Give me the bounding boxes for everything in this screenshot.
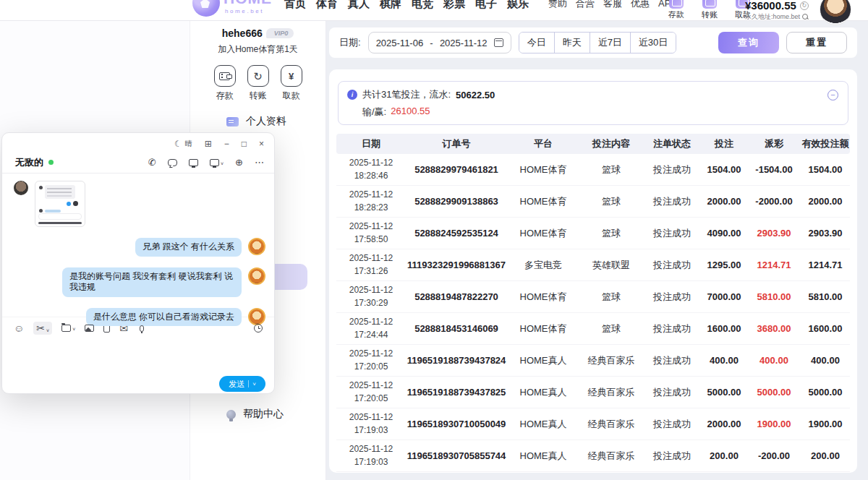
cell-valid-amount: 2000.00 [801,196,850,207]
sidebar-item-help[interactable]: 帮助中心 [190,401,326,427]
secondary-nav-item[interactable]: 客服 [603,0,622,9]
cell-order-number: 1119323291996881367 [406,260,507,270]
sidebar-transfer-button[interactable]: ↻ 转账 [247,65,269,102]
balance-amount: ¥36000.55 [745,0,796,12]
secondary-nav-item[interactable]: 合营 [576,0,595,9]
chat-message-area: 兄弟 跟这个 有什么关系 是我的账号问题 我没有套利 硬说我套利 说我违规 是什… [2,173,274,317]
main-nav-item[interactable]: 娱乐 [507,0,529,10]
topbar-wallet-actions: 存款 转账 取款 [664,0,755,20]
bet-records-table: 日期 订单号 平台 投注内容 注单状态 投注 派彩 有效投注额 [336,134,850,472]
table-row: 2025-11-1217:31:26 1119323291996881367 多… [336,249,850,281]
user-avatar[interactable] [248,308,265,325]
screen-share-icon[interactable] [189,159,198,166]
user-avatar[interactable] [248,238,265,255]
main-nav-item[interactable]: 体育 [316,0,338,10]
cell-payout: 1900.00 [747,419,801,429]
chat-input-area[interactable] [2,335,274,376]
date-separator: - [430,38,433,48]
cell-order-number: 1196518930705855744 [406,450,507,461]
cell-platform: HOME体育 [507,227,579,240]
quick-range-button[interactable]: 近7日 [590,33,630,53]
refresh-balance-icon[interactable]: ↻ [800,1,809,10]
message-bubble: 是什么意思 你可以自己看游戏记录去 [86,308,242,327]
cell-order-number: 5288818453146069 [406,323,507,334]
sent-message-row: 是什么意思 你可以自己看游戏记录去 [14,308,265,327]
profile-label: 个人资料 [246,115,286,128]
main-nav-item[interactable]: 电竞 [412,0,433,10]
winloss-value: 26100.55 [391,106,430,119]
send-options-caret[interactable]: ˅ [252,381,256,387]
search-icon[interactable] [802,14,809,20]
deposit-icon [669,0,684,9]
cell-payout: 3680.00 [747,323,801,334]
calendar-icon [494,38,503,47]
date-range-input[interactable]: 2025-11-06 - 2025-11-12 [368,32,511,53]
search-button[interactable]: 查询 [718,32,779,53]
cell-bet-amount: 7000.00 [701,291,747,302]
reset-button[interactable]: 重置 [786,32,847,53]
contact-avatar[interactable] [14,181,28,195]
logo-title[interactable]: HOME [224,0,272,7]
screenshot-thumbnail[interactable] [35,181,85,227]
transfer-label: 转账 [697,9,722,20]
transfer-icon [702,0,717,9]
table-header-cell: 日期 [336,137,406,150]
table-row: 2025-11-1217:24:44 5288818453146069 HOME… [336,313,850,345]
cell-bet-amount: 400.00 [701,355,747,366]
close-icon[interactable]: × [259,140,264,148]
maximize-icon[interactable]: □ [242,140,247,148]
remote-control-icon[interactable]: ˅ [210,159,224,166]
collapse-summary-icon[interactable]: − [827,90,838,100]
main-nav-item[interactable]: 首页 [284,0,306,10]
chat-history-icon[interactable] [254,324,263,333]
sidebar-withdraw-button[interactable]: ¥ 取款 [281,65,302,102]
voice-call-icon[interactable]: ✆ [148,158,156,167]
table-row: 2025-11-1217:58:50 5288824592535124 HOME… [336,218,850,249]
weather-indicator: ☾ 晴 [174,139,192,149]
secondary-nav-item[interactable]: 优惠 [631,0,650,9]
quick-range-button[interactable]: 近30日 [630,33,676,53]
chat-contact-bar: 无敌的 ✆ ˅ ⊕ ⋯ [2,150,274,173]
help-bulb-icon [226,410,236,419]
sidebar-deposit-button[interactable]: 存款 [214,65,236,102]
minimize-icon[interactable]: − [224,140,229,148]
sidebar-quick-actions: 存款 ↻ 转账 ¥ 取款 [190,65,326,102]
table-row: 2025-11-1217:30:29 5288819487822270 HOME… [336,281,850,313]
main-nav-item[interactable]: 棋牌 [380,0,401,10]
main-nav-item[interactable]: 电子 [475,0,497,10]
cell-bet-content: 篮球 [579,195,643,208]
pin-window-icon[interactable]: ⊞ [205,140,212,148]
more-icon[interactable]: ⋯ [255,158,264,167]
cell-bet-amount: 4090.00 [701,228,747,239]
topbar-deposit-button[interactable]: 存款 [664,0,689,20]
sidebar-item-profile[interactable]: 个人资料 [190,108,326,134]
main-nav-item[interactable]: 彩票 [443,0,465,10]
weather-label: 晴 [185,139,192,149]
balance-box: ¥36000.55 ↻ 永久地址:home.bet [745,0,809,22]
message-bubble: 是我的账号问题 我没有套利 硬说我套利 说我违规 [62,267,242,297]
secondary-nav-item[interactable]: 赞助 [548,0,567,9]
cell-platform: HOME体育 [507,322,579,335]
cell-payout: -1504.00 [747,164,801,175]
cell-bet-amount: 2000.00 [701,196,747,207]
main-nav-item[interactable]: 真人 [348,0,370,10]
cell-bet-amount: 2000.00 [701,419,747,429]
cell-platform: HOME真人 [507,354,579,367]
home-logo-icon[interactable] [192,0,220,17]
send-button[interactable]: 发送 ˅ [219,376,265,392]
cell-platform: 多宝电竞 [507,259,579,272]
video-call-icon[interactable] [168,159,177,166]
quick-range-button[interactable]: 昨天 [554,33,590,53]
cell-platform: HOME体育 [507,195,579,208]
cell-status: 投注成功 [643,322,701,335]
launch-app-icon[interactable]: ⊕ [235,158,243,167]
topbar-transfer-button[interactable]: 转账 [697,0,722,20]
cell-date: 2025-11-1218:28:46 [336,157,406,182]
user-avatar[interactable] [248,267,265,285]
quick-range-button[interactable]: 今日 [519,33,554,53]
date-end: 2025-11-12 [440,38,488,48]
sent-message-row: 兄弟 跟这个 有什么关系 [14,238,265,257]
cell-valid-amount: 5000.00 [801,387,850,398]
cell-status: 投注成功 [643,227,701,240]
image-icon[interactable] [85,325,94,332]
